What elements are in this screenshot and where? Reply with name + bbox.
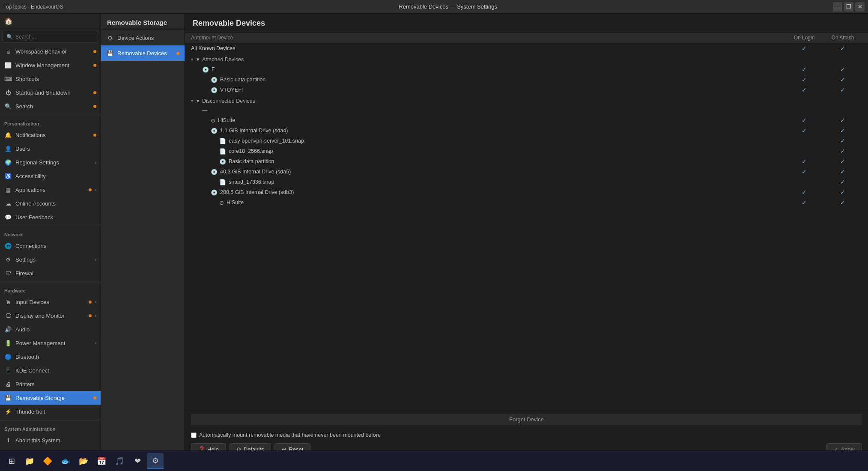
taskbar-fish[interactable]: 🐟 (57, 453, 74, 469)
tree-check-attach-drive-sda4[interactable]: ✓ (823, 127, 862, 134)
tree-row-vtoyefi[interactable]: 💿VTOYEFI✓✓ (185, 85, 868, 95)
taskbar-app6[interactable]: ❤ (129, 453, 146, 469)
app-menu-icon: Top topics · EndeavourOS (3, 4, 63, 10)
sidebar-item-online-accounts[interactable]: ☁Online Accounts (0, 197, 101, 210)
th-automount: Automount Device (191, 35, 785, 41)
tree-check-attach-f-drive[interactable]: ✓ (823, 66, 862, 73)
sidebar-item-user-feedback[interactable]: 💬User Feedback (0, 210, 101, 224)
sidebar-icon-applications: ▦ (4, 186, 12, 194)
automount-checkbox[interactable] (191, 432, 197, 438)
tree-check-login-drive-sda5[interactable]: ✓ (785, 168, 823, 175)
sidebar-item-thunderbolt[interactable]: ⚡Thunderbolt (0, 405, 101, 418)
sidebar-item-bluetooth[interactable]: 🔵Bluetooth (0, 350, 101, 364)
middle-item-removable-devices[interactable]: 💾Removable Devices (101, 45, 185, 61)
sidebar-item-window-management[interactable]: ⬜Window Management (0, 58, 101, 72)
tree-check-login-vtoyefi[interactable]: ✓ (785, 86, 823, 93)
sidebar-label-shortcuts: Shortcuts (15, 76, 96, 82)
tree-check-attach-drive-sdb3[interactable]: ✓ (823, 189, 862, 196)
taskbar-spotify[interactable]: 🎵 (111, 453, 128, 469)
sidebar-item-shortcuts[interactable]: ⌨Shortcuts (0, 72, 101, 86)
tree-row-drive-sda5[interactable]: 💿40,3 GiB Internal Drive (sda5)✓✓ (185, 167, 868, 177)
sidebar-item-printers[interactable]: 🖨Printers (0, 377, 101, 391)
taskbar-calendar[interactable]: 📅 (93, 453, 110, 469)
taskbar-dolphin[interactable]: 📂 (75, 453, 92, 469)
tree-check-attach-hisuite-2[interactable]: ✓ (823, 199, 862, 206)
tree-row-basic-data-2[interactable]: 💿Basic data partition✓✓ (185, 156, 868, 167)
sidebar-icon-window-management: ⬜ (4, 61, 12, 69)
tree-check-login-hisuite-1[interactable]: ✓ (785, 117, 823, 124)
sidebar-item-audio[interactable]: 🔊Audio (0, 322, 101, 336)
sidebar-item-startup-shutdown[interactable]: ⏻Startup and Shutdown (0, 86, 101, 99)
sidebar-item-workspace-behavior[interactable]: 🖥Workspace Behavior (0, 45, 101, 58)
tree-row-drive-sda4[interactable]: 💿1,1 GiB Internal Drive (sda4)✓✓ (185, 125, 868, 136)
tree-check-attach-easy-openvpn[interactable]: ✓ (823, 137, 862, 144)
tree-row-all-known[interactable]: All Known Devices✓✓ (185, 43, 868, 54)
tree-check-attach-core18[interactable]: ✓ (823, 148, 862, 155)
sidebar-item-connections[interactable]: 🌐Connections (0, 239, 101, 253)
sidebar-home-button[interactable]: 🏠 (0, 14, 101, 29)
middle-item-device-actions[interactable]: ⚙Device Actions (101, 30, 185, 45)
tree-row-disconnected-dash[interactable]: — (185, 106, 868, 115)
tree-row-hisuite-1[interactable]: ⊙HiSuite✓✓ (185, 115, 868, 125)
sidebar-divider (0, 282, 101, 282)
tree-check-login-drive-sdb3[interactable]: ✓ (785, 189, 823, 196)
search-box[interactable]: 🔍 (3, 31, 98, 43)
tree-row-f-drive[interactable]: 💿F✓✓ (185, 64, 868, 75)
tree-check-login-f-drive[interactable]: ✓ (785, 66, 823, 73)
sidebar-item-input-devices[interactable]: 🖱Input Devices› (0, 295, 101, 309)
taskbar-files[interactable]: 📁 (21, 453, 38, 469)
sidebar-dot-notifications (93, 134, 96, 137)
tree-label-core18: core18_2566.snap (229, 148, 273, 154)
sidebar-item-kde-connect[interactable]: 📱KDE Connect (0, 364, 101, 377)
sidebar-item-display-monitor[interactable]: 🖵Display and Monitor› (0, 309, 101, 322)
content-pane: Removable Storage ⚙Device Actions💾Remova… (101, 14, 868, 459)
tree-check-attach-hisuite-1[interactable]: ✓ (823, 117, 862, 124)
sidebar-item-users[interactable]: 👤Users (0, 142, 101, 155)
sidebar-item-notifications[interactable]: 🔔Notifications (0, 128, 101, 142)
tree-row-basic-data-1[interactable]: 💿Basic data partition✓✓ (185, 75, 868, 85)
tree-check-login-all-known[interactable]: ✓ (785, 45, 823, 52)
sidebar-label-online-accounts: Online Accounts (15, 200, 96, 207)
sidebar-item-search[interactable]: 🔍Search (0, 99, 101, 113)
sidebar-item-applications[interactable]: ▦Applications› (0, 183, 101, 197)
tree-row-core18[interactable]: 📄core18_2566.snap✓ (185, 146, 868, 156)
forget-device-button[interactable]: Forget Device (191, 414, 862, 425)
sidebar-dot-applications (89, 188, 92, 191)
taskbar-blender[interactable]: 🔶 (39, 453, 56, 469)
minimize-button[interactable]: — (833, 2, 842, 12)
tree-check-attach-basic-data-2[interactable]: ✓ (823, 158, 862, 165)
tree-check-login-basic-data-2[interactable]: ✓ (785, 158, 823, 165)
sidebar-item-accessibility[interactable]: ♿Accessibility (0, 169, 101, 183)
tree-check-login-drive-sda4[interactable]: ✓ (785, 127, 823, 134)
tree-chevron-disconnected-devices: ▾ (191, 98, 193, 103)
taskbar-menu[interactable]: ⊞ (3, 453, 20, 469)
search-input[interactable] (15, 34, 94, 40)
tree-check-attach-basic-data-1[interactable]: ✓ (823, 76, 862, 83)
sidebar-item-about-system[interactable]: ℹAbout this System (0, 433, 101, 447)
tree-check-attach-snapd[interactable]: ✓ (823, 179, 862, 185)
taskbar-settings-task[interactable]: ⚙ (147, 453, 164, 469)
tree-check-login-hisuite-2[interactable]: ✓ (785, 199, 823, 206)
sidebar-label-removable-storage: Removable Storage (15, 395, 90, 401)
tree-check-attach-vtoyefi[interactable]: ✓ (823, 86, 862, 93)
maximize-button[interactable]: ❐ (844, 2, 853, 12)
sidebar-label-accessibility: Accessibility (15, 173, 96, 179)
sidebar-item-regional-settings[interactable]: 🌍Regional Settings› (0, 155, 101, 169)
sidebar-label-kde-connect: KDE Connect (15, 367, 96, 374)
tree-row-hisuite-2[interactable]: ⊙HiSuite✓✓ (185, 197, 868, 208)
tree-check-login-basic-data-1[interactable]: ✓ (785, 76, 823, 83)
tree-row-snapd[interactable]: 📄snapd_17336.snap✓ (185, 177, 868, 187)
tree-icon-drive-sdb3: 💿 (211, 189, 218, 196)
sidebar-item-firewall[interactable]: 🛡Firewall (0, 266, 101, 280)
tree-icon-snapd: 📄 (219, 179, 226, 185)
close-button[interactable]: ✕ (855, 2, 865, 12)
tree-check-attach-all-known[interactable]: ✓ (823, 45, 862, 52)
tree-row-drive-sdb3[interactable]: 💿200,5 GiB Internal Drive (sdb3)✓✓ (185, 187, 868, 197)
sidebar-item-removable-storage[interactable]: 💾Removable Storage (0, 391, 101, 405)
tree-check-attach-drive-sda5[interactable]: ✓ (823, 168, 862, 175)
tree-label-attached-devices: Attached Devices (202, 57, 244, 63)
tree-row-easy-openvpn[interactable]: 📄easy-openvpn-server_101.snap✓ (185, 136, 868, 146)
sidebar-item-settings[interactable]: ⚙Settings› (0, 253, 101, 266)
sidebar-item-power-management[interactable]: 🔋Power Management› (0, 336, 101, 350)
tree-label-disconnected-devices: Disconnected Devices (202, 98, 255, 104)
